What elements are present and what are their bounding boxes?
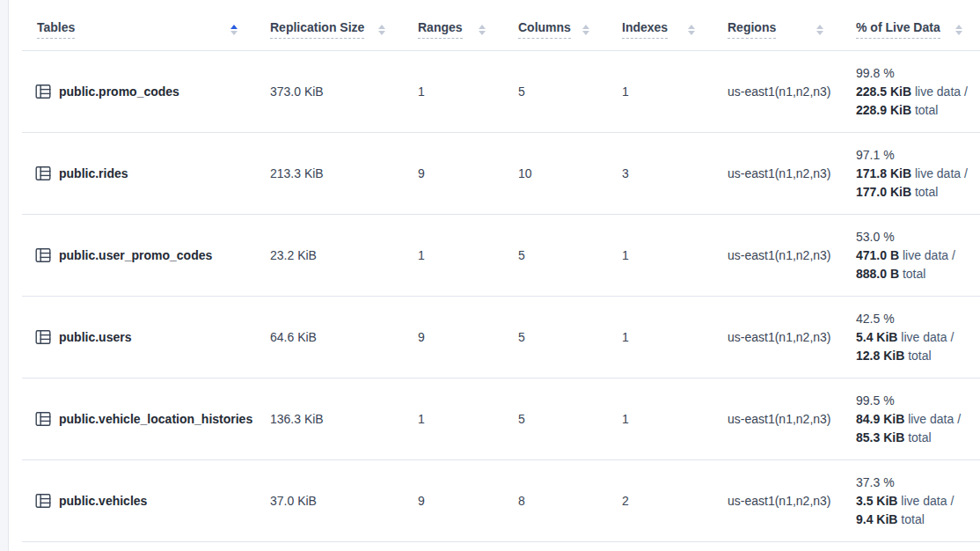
table-row[interactable]: public.vehicles 37.0 KiB 9 8 2 us-east1(… [22, 460, 980, 542]
column-header-ranges[interactable]: Ranges [403, 9, 503, 50]
replication-size-cell: 373.0 KiB [255, 84, 403, 99]
columns-cell: 10 [503, 166, 607, 180]
sort-carets-icon[interactable] [688, 25, 695, 35]
table-name-link[interactable]: public.promo_codes [59, 84, 179, 99]
live-data-percent: 99.5 % [856, 392, 975, 410]
columns-cell: 5 [503, 84, 607, 99]
live-bytes-label: live data / [911, 84, 968, 99]
table-grid-icon [35, 493, 51, 509]
table-name-link[interactable]: public.user_promo_codes [59, 248, 212, 262]
columns-cell: 8 [503, 494, 607, 508]
live-data-percent: 53.0 % [856, 228, 975, 246]
live-data-percent: 99.8 % [856, 64, 975, 83]
column-header-label[interactable]: Indexes [622, 20, 668, 39]
total-bytes-value: 888.0 B [856, 267, 899, 281]
total-bytes-label: total [897, 512, 924, 526]
live-bytes-value: 3.5 KiB [856, 494, 897, 508]
sort-carets-icon[interactable] [378, 25, 385, 35]
live-data-cell: 42.5 % 5.4 KiB live data / 12.8 KiB tota… [841, 310, 980, 365]
sort-carets-icon[interactable] [582, 25, 589, 35]
indexes-cell: 1 [607, 330, 713, 344]
live-bytes-label: live data / [904, 412, 961, 426]
replication-size-cell: 64.6 KiB [255, 330, 403, 344]
table-row[interactable]: public.rides 213.3 KiB 9 10 3 us-east1(n… [22, 133, 980, 215]
ranges-cell: 1 [403, 248, 503, 262]
columns-cell: 5 [503, 412, 607, 426]
ranges-cell: 1 [403, 84, 503, 99]
regions-cell: us-east1(n1,n2,n3) [713, 248, 841, 262]
live-data-cell: 97.1 % 171.8 KiB live data / 177.0 KiB t… [841, 146, 980, 202]
regions-cell: us-east1(n1,n2,n3) [713, 166, 841, 180]
table-grid-icon [35, 165, 51, 181]
table-name-link[interactable]: public.users [59, 330, 131, 344]
column-header-replication-size[interactable]: Replication Size [255, 9, 403, 50]
column-header-regions[interactable]: Regions [713, 9, 841, 50]
ranges-cell: 1 [403, 412, 503, 426]
table-name-cell: public.promo_codes [22, 84, 255, 99]
ranges-cell: 9 [403, 330, 503, 344]
live-bytes-value: 171.8 KiB [856, 166, 911, 180]
column-header-label[interactable]: Ranges [418, 20, 463, 39]
columns-cell: 5 [503, 330, 607, 344]
column-header-label[interactable]: Tables [37, 20, 75, 39]
live-bytes-value: 471.0 B [856, 248, 899, 262]
indexes-cell: 1 [607, 412, 713, 426]
live-data-cell: 53.0 % 471.0 B live data / 888.0 B total [841, 228, 980, 283]
total-bytes-value: 177.0 KiB [856, 185, 911, 199]
table-name-link[interactable]: public.rides [59, 166, 128, 180]
ranges-cell: 9 [403, 494, 503, 508]
regions-cell: us-east1(n1,n2,n3) [713, 330, 841, 344]
live-data-percent: 37.3 % [856, 474, 975, 492]
live-data-cell: 99.5 % 84.9 KiB live data / 85.3 KiB tot… [841, 392, 980, 447]
total-bytes-line: 12.8 KiB total [856, 347, 975, 365]
sort-carets-icon[interactable] [479, 25, 486, 35]
page-left-gutter [0, 0, 9, 551]
live-data-cell: 99.8 % 228.5 KiB live data / 228.9 KiB t… [841, 64, 980, 120]
live-data-bytes-line: 5.4 KiB live data / [856, 328, 975, 347]
total-bytes-label: total [899, 267, 925, 281]
table-grid-icon [35, 411, 51, 427]
live-bytes-label: live data / [911, 166, 968, 180]
total-bytes-line: 228.9 KiB total [856, 101, 975, 120]
database-tables-list: Tables Replication Size Ranges Columns I… [22, 9, 980, 542]
total-bytes-line: 85.3 KiB total [856, 429, 975, 447]
sort-carets-icon[interactable] [816, 25, 823, 35]
table-name-link[interactable]: public.vehicles [59, 494, 147, 508]
live-data-bytes-line: 84.9 KiB live data / [856, 410, 975, 429]
regions-cell: us-east1(n1,n2,n3) [713, 84, 841, 99]
table-name-cell: public.vehicles [22, 493, 255, 509]
column-header-label[interactable]: Replication Size [270, 20, 364, 39]
total-bytes-line: 177.0 KiB total [856, 183, 975, 202]
replication-size-cell: 136.3 KiB [255, 412, 403, 426]
indexes-cell: 1 [607, 248, 713, 262]
column-header-label[interactable]: Regions [728, 20, 776, 39]
table-name-link[interactable]: public.vehicle_location_histories [59, 412, 252, 426]
total-bytes-value: 228.9 KiB [856, 103, 911, 117]
column-header-label[interactable]: % of Live Data [856, 20, 940, 39]
table-name-cell: public.user_promo_codes [22, 247, 255, 263]
live-data-bytes-line: 471.0 B live data / [856, 246, 975, 265]
column-header-indexes[interactable]: Indexes [607, 9, 713, 50]
column-header-tables[interactable]: Tables [22, 9, 255, 50]
replication-size-cell: 213.3 KiB [255, 166, 403, 180]
column-header-live-data[interactable]: % of Live Data [841, 9, 980, 50]
live-data-bytes-line: 3.5 KiB live data / [856, 492, 975, 511]
table-row[interactable]: public.promo_codes 373.0 KiB 1 5 1 us-ea… [22, 51, 980, 133]
column-header-columns[interactable]: Columns [503, 9, 607, 50]
table-row[interactable]: public.vehicle_location_histories 136.3 … [22, 378, 980, 460]
table-name-cell: public.users [22, 329, 255, 345]
total-bytes-value: 9.4 KiB [856, 512, 897, 526]
table-row[interactable]: public.user_promo_codes 23.2 KiB 1 5 1 u… [22, 215, 980, 297]
live-bytes-label: live data / [899, 248, 955, 262]
table-row[interactable]: public.users 64.6 KiB 9 5 1 us-east1(n1,… [22, 297, 980, 378]
replication-size-cell: 37.0 KiB [255, 494, 403, 508]
column-header-label[interactable]: Columns [518, 20, 571, 39]
sort-carets-icon[interactable] [230, 25, 238, 35]
live-bytes-value: 228.5 KiB [856, 84, 911, 99]
table-grid-icon [35, 84, 51, 99]
live-data-bytes-line: 228.5 KiB live data / [856, 83, 975, 101]
live-bytes-value: 5.4 KiB [856, 330, 897, 344]
sort-carets-icon[interactable] [955, 25, 962, 35]
indexes-cell: 3 [607, 166, 713, 180]
total-bytes-value: 85.3 KiB [856, 430, 904, 444]
